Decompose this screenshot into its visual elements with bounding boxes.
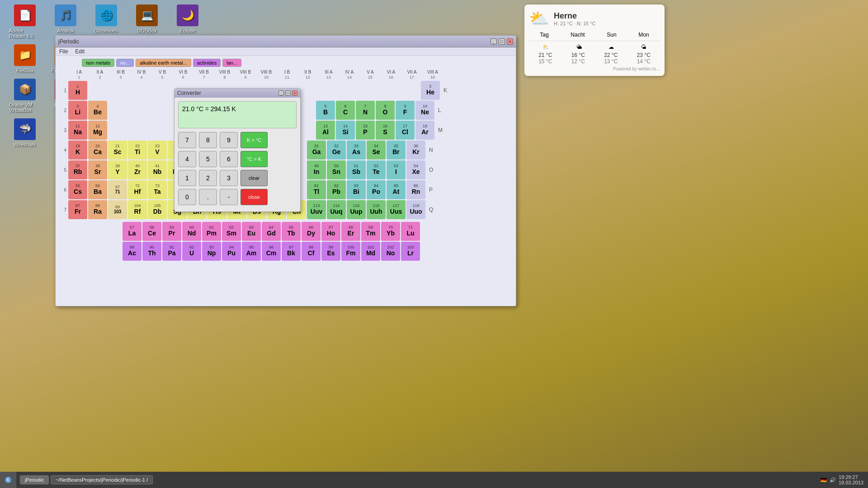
element-La[interactable]: 57La [123,222,142,241]
element-Uuh[interactable]: 116Uuh [367,200,386,219]
element-Na[interactable]: 11Na [68,121,87,140]
element-Ga[interactable]: 31Ga [307,141,326,160]
element-Br[interactable]: 35Br [387,141,406,160]
converter-iconify-btn[interactable]: _ [278,90,284,96]
element-Ti[interactable]: 22Ti [128,141,147,160]
element-Ce[interactable]: 58Ce [142,222,161,241]
btn-3[interactable]: 3 [220,170,238,186]
element-Uut[interactable]: 113Uuv [307,200,326,219]
element-Th[interactable]: 90Th [142,242,161,261]
menu-edit[interactable]: Edit [75,48,85,55]
element-Po[interactable]: 84Po [367,180,386,199]
btn-dot[interactable]: . [199,189,217,205]
element-Db[interactable]: 105Db [148,200,167,219]
element-Dy[interactable]: 66Dy [302,222,321,241]
element-Lu[interactable]: 71Lu [401,222,420,241]
element-Md[interactable]: 101Md [361,242,380,261]
element-Es[interactable]: 99Es [321,242,340,261]
element-Sc[interactable]: 21Sc [108,141,127,160]
element-Nd[interactable]: 60Nd [182,222,201,241]
element-S[interactable]: 16S [376,121,395,140]
menu-file[interactable]: File [59,48,68,55]
element-V[interactable]: 23V [148,141,167,160]
element-57-71[interactable]: 5771 [108,180,127,199]
element-Tb[interactable]: 65Tb [282,222,301,241]
element-Pm[interactable]: 61Pm [202,222,221,241]
btn-k2c[interactable]: K > °C [241,132,268,148]
btn-c2k[interactable]: °C > K [241,151,268,167]
element-He[interactable]: 2He [421,81,440,100]
btn-2[interactable]: 2 [199,170,217,186]
element-Ne[interactable]: 10Ne [415,101,434,120]
element-Sr[interactable]: 38Sr [88,160,107,179]
element-Fm[interactable]: 100Fm [341,242,360,261]
element-Uus[interactable]: 117Uus [387,200,406,219]
btn-1[interactable]: 1 [178,170,196,186]
element-Uup[interactable]: 115Uup [347,200,366,219]
element-Pr[interactable]: 59Pr [162,222,181,241]
element-Cs[interactable]: 55Cs [68,180,87,199]
element-Hf[interactable]: 72Hf [128,180,147,199]
btn-neg[interactable]: - [220,189,238,205]
element-O[interactable]: 8O [376,101,395,120]
btn-clear[interactable]: clear [241,170,268,186]
icon-filezilla[interactable]: 📁 FileZilla [9,44,41,73]
window-iconify-btn[interactable]: _ [491,38,497,45]
taskbar-item-netbeans[interactable]: ~/NetBeansProjects/jPeriodic/jPeriodic-1… [51,475,153,484]
element-Se[interactable]: 34Se [367,141,386,160]
element-Sb[interactable]: 51Sb [347,160,366,179]
element-Am[interactable]: 95Am [242,242,261,261]
icon-chromium[interactable]: 🌐 Chromium- [90,5,122,39]
element-Uuo[interactable]: 118Uuo [406,200,425,219]
icon-adobe-reader[interactable]: 📄 Adobe Reader 6.0 [9,5,41,39]
element-Ta[interactable]: 73Ta [148,180,167,199]
element-Ar[interactable]: 18Ar [415,121,434,140]
legend-noble[interactable]: no... [116,59,134,67]
element-Cm[interactable]: 96Cm [262,242,281,261]
taskbar-item-jperiodic[interactable]: jPeriodic [20,475,49,484]
element-P[interactable]: 15P [356,121,375,140]
element-Cl[interactable]: 17Cl [396,121,415,140]
element-Gd[interactable]: 64Gd [262,222,281,241]
element-B[interactable]: 5B [316,101,335,120]
element-Ba[interactable]: 56Ba [88,180,107,199]
converter-close-title-btn[interactable]: × [292,90,297,96]
icon-dosbox[interactable]: 💻 DOSBox [131,5,163,39]
btn-8[interactable]: 8 [199,132,217,148]
element-Np[interactable]: 93Np [202,242,221,261]
element-Rn[interactable]: 86Rn [406,180,425,199]
element-Kr[interactable]: 36Kr [406,141,425,160]
element-U[interactable]: 92U [182,242,201,261]
element-Nb[interactable]: 41Nb [148,160,167,179]
element-C[interactable]: 6C [336,101,355,120]
icon-oracle-vm[interactable]: 📦 Oracle VM VirtualBox [9,79,41,113]
element-Ca[interactable]: 20Ca [88,141,107,160]
element-Sn[interactable]: 50Sn [327,160,346,179]
element-In[interactable]: 49In [307,160,326,179]
element-Lr[interactable]: 103Lr [401,242,420,261]
element-Tl[interactable]: 81Tl [307,180,326,199]
legend-lanthanides[interactable]: lan... [222,59,241,67]
element-Si[interactable]: 14Si [336,121,355,140]
element-Be[interactable]: 4Be [88,101,107,120]
element-89-103[interactable]: 89103 [108,200,127,219]
element-Al[interactable]: 13Al [316,121,335,140]
element-Li[interactable]: 3Li [68,101,87,120]
element-Bk[interactable]: 97Bk [282,242,301,261]
legend-actinides[interactable]: actinides [193,59,221,67]
btn-5[interactable]: 5 [199,151,217,167]
element-Yb[interactable]: 70Yb [381,222,400,241]
btn-0[interactable]: 0 [178,189,196,205]
element-At[interactable]: 85At [387,180,406,199]
element-Xe[interactable]: 54Xe [406,160,425,179]
icon-amarok[interactable]: 🎵 Amarok [50,5,81,39]
btn-close[interactable]: close [241,189,268,205]
element-Cf[interactable]: 98Cf [302,242,321,261]
btn-4[interactable]: 4 [178,151,196,167]
converter-maximize-btn[interactable]: □ [285,90,291,96]
element-F[interactable]: 9F [396,101,415,120]
icon-eclipse[interactable]: 🌙 Eclipse [172,5,203,39]
window-maximize-btn[interactable]: □ [499,38,505,45]
element-Ge[interactable]: 32Ge [327,141,346,160]
element-Eu[interactable]: 63Eu [242,222,261,241]
